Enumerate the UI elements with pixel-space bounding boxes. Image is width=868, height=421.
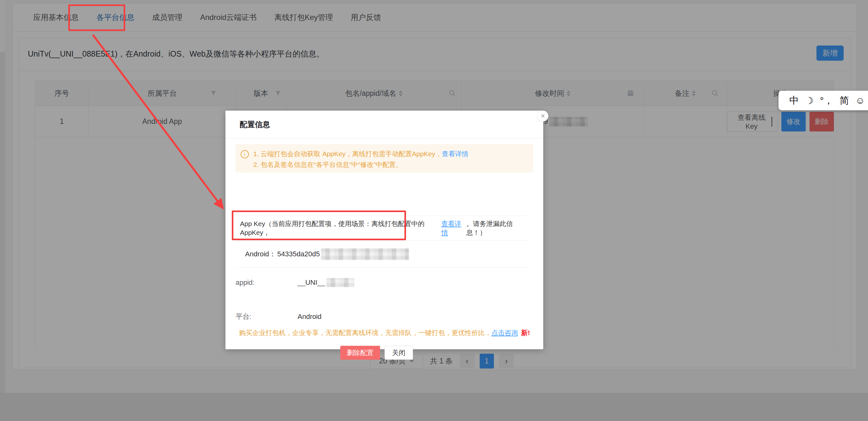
platform-value: Android	[298, 313, 321, 321]
info-icon: i	[241, 150, 249, 158]
notice-line-1: 1. 云端打包会自动获取 AppKey，离线打包需手动配置AppKey，	[253, 150, 442, 157]
emoji-icon[interactable]: ☺	[855, 95, 865, 106]
appid-label: appid:	[236, 279, 298, 287]
platform-row: 平台: Android	[236, 307, 321, 326]
close-icon: ×	[541, 112, 545, 120]
notice-text: 1. 云端打包会自动获取 AppKey，离线打包需手动配置AppKey，查看详情…	[253, 149, 468, 168]
notice-detail-link[interactable]: 查看详情	[442, 150, 468, 157]
ime-punctuation-mode[interactable]: °，	[820, 94, 833, 107]
promo-consult-link[interactable]: 点击咨询	[491, 329, 518, 336]
promo-new-badge: 新!	[521, 329, 530, 336]
android-key-value: 54335da20d5	[277, 250, 320, 258]
redacted-text	[321, 249, 409, 260]
appkey-detail-link[interactable]: 查看详情	[441, 219, 466, 237]
config-modal: 配置信息 × i 1. 云端打包会自动获取 AppKey，离线打包需手动配置Ap…	[225, 110, 543, 349]
appid-row: appid: __UNI__	[236, 273, 354, 292]
screen: 应用基本信息 各平台信息 成员管理 Android云端证书 离线打包Key管理 …	[0, 0, 868, 421]
modal-close-button[interactable]: ×	[537, 110, 548, 121]
ime-simplified-mode[interactable]: 简	[840, 94, 849, 107]
appid-value: __UNI__	[298, 279, 325, 287]
promo-text: 购买企业打包机，企业专享，无需配置离线环境，无需排队，一键打包，更优性价比，	[239, 329, 491, 336]
platform-label: 平台:	[236, 312, 298, 321]
android-key-row: Android： 54335da20d5	[236, 240, 529, 268]
appkey-header-suffix: 。请务泄漏此信息！）	[466, 219, 529, 237]
appkey-header-row: App Key（当前应用打包配置项，使用场景：离线打包配置中的AppKey，查看…	[236, 216, 529, 240]
ime-mode-chinese[interactable]: 中	[789, 94, 799, 107]
promo-line: 购买企业打包机，企业专享，无需配置离线环境，无需排队，一键打包，更优性价比，点击…	[239, 328, 530, 337]
modal-footer-buttons: 删除配置 关闭	[340, 346, 413, 360]
appkey-header-text: App Key（当前应用打包配置项，使用场景：离线打包配置中的AppKey，	[240, 219, 441, 237]
notice-box: i 1. 云端打包会自动获取 AppKey，离线打包需手动配置AppKey，查看…	[236, 144, 533, 172]
notice-line-2: 2. 包名及签名信息在“各平台信息”中“修改”中配置。	[253, 161, 402, 168]
close-modal-button[interactable]: 关闭	[384, 346, 413, 360]
modal-header: 配置信息 ×	[225, 110, 543, 139]
modal-body: i 1. 云端打包会自动获取 AppKey，离线打包需手动配置AppKey，查看…	[225, 139, 543, 350]
delete-config-button[interactable]: 删除配置	[340, 346, 380, 360]
redacted-text	[326, 278, 354, 287]
modal-title: 配置信息	[240, 120, 270, 130]
android-key-label: Android：	[245, 249, 276, 259]
ime-statusbar: 中 ☽ °， 简 ☺ 8	[778, 91, 868, 110]
moon-icon[interactable]: ☽	[805, 95, 814, 106]
